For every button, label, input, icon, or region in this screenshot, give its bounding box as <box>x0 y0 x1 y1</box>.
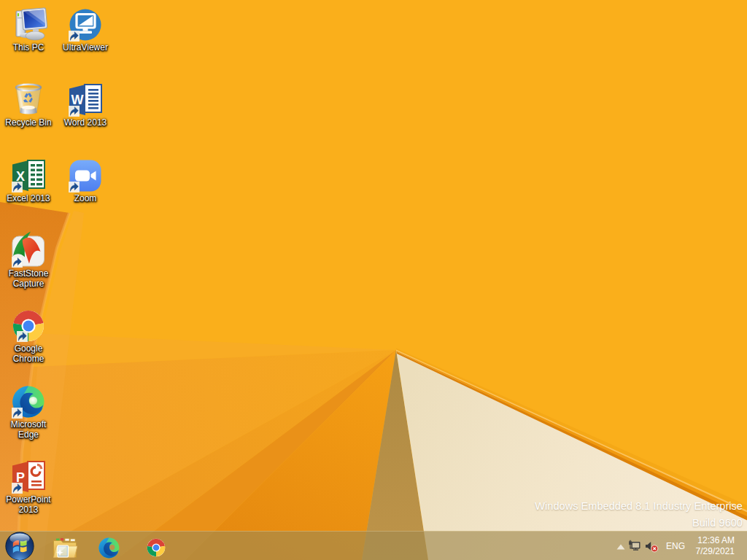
svg-text:W: W <box>71 93 84 107</box>
